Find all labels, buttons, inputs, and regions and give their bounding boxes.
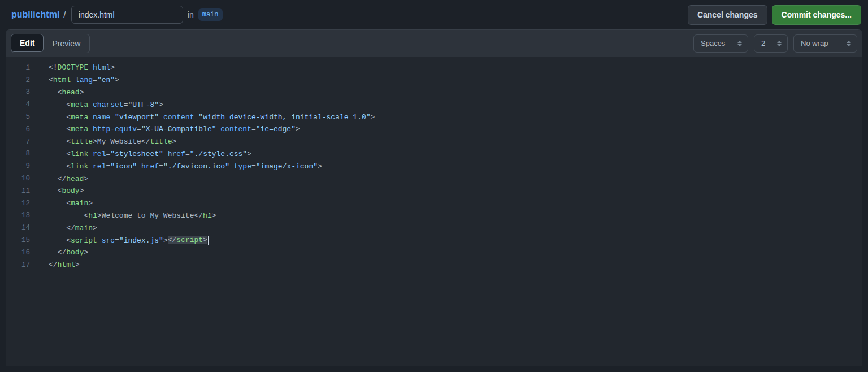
code-line[interactable]: 6 <meta http-equiv="X-UA-Compatible" con… (6, 123, 862, 136)
code-line[interactable]: 14 </main> (6, 222, 862, 234)
github-file-editor-page: publlichtml / in main Cancel changes Com… (0, 0, 868, 366)
wrap-mode-value: No wrap (801, 39, 828, 47)
code-line-content: <html lang="en"> (49, 76, 119, 84)
code-line[interactable]: 9 <link rel="icon" href="./favicon.ico" … (6, 160, 862, 172)
chevron-up-down-icon (737, 41, 742, 46)
code-line[interactable]: 8 <link rel="stylesheet" href="./style.c… (6, 148, 862, 161)
line-number: 6 (6, 126, 30, 133)
code-line[interactable]: 5 <meta name="viewport" content="width=d… (6, 111, 862, 123)
line-number: 3 (6, 88, 30, 96)
path-separator: / (63, 10, 66, 20)
line-number: 4 (6, 101, 30, 109)
filename-input[interactable] (71, 6, 183, 24)
line-number: 11 (6, 187, 30, 195)
line-number: 14 (6, 224, 30, 232)
code-line-content: <meta name="viewport" content="width=dev… (49, 113, 375, 122)
code-line-content: <!DOCTYPE html> (49, 63, 115, 72)
indent-mode-select[interactable]: Spaces (693, 34, 748, 53)
code-line[interactable]: 3 <head> (6, 86, 862, 99)
code-line[interactable]: 10 </head> (6, 172, 862, 185)
cancel-changes-button[interactable]: Cancel changes (688, 5, 767, 25)
code-line[interactable]: 17</html> (6, 259, 862, 271)
tab-preview[interactable]: Preview (43, 34, 89, 53)
editor-header: publlichtml / in main Cancel changes Com… (0, 0, 868, 29)
branch-badge: main (198, 8, 223, 21)
indent-mode-value: Spaces (701, 39, 725, 47)
code-line[interactable]: 11 <body> (6, 185, 862, 197)
line-number: 2 (6, 76, 30, 84)
code-line-content: <meta http-equiv="X-UA-Compatible" conte… (49, 125, 300, 133)
code-line[interactable]: 7 <title>My Website</title> (6, 136, 862, 148)
code-line-content: <link rel="icon" href="./favicon.ico" ty… (49, 162, 322, 171)
code-line-content: <main> (49, 199, 93, 207)
wrap-mode-select[interactable]: No wrap (793, 34, 857, 53)
code-line-content: <head> (49, 88, 84, 97)
code-line-content: <h1>Welcome to My Website</h1> (49, 211, 216, 220)
code-line-content: </main> (49, 224, 97, 232)
code-line[interactable]: 16 </body> (6, 246, 862, 259)
line-number: 1 (6, 64, 30, 72)
code-line-content: <meta charset="UTF-8"> (49, 101, 163, 109)
edit-preview-tab-group: Edit Preview (11, 34, 90, 53)
code-line-content: </body> (49, 248, 88, 257)
editor-toolbar: Edit Preview Spaces 2 No wrap (6, 30, 862, 57)
line-number: 8 (6, 150, 30, 158)
repo-link[interactable]: publlichtml (11, 10, 59, 20)
chevron-up-down-icon (777, 41, 782, 46)
line-number: 16 (6, 249, 30, 257)
tab-edit[interactable]: Edit (11, 34, 44, 52)
code-line-content: <title>My Website</title> (49, 137, 176, 146)
code-line-content: <link rel="stylesheet" href="./style.css… (49, 150, 251, 158)
code-line-content: </head> (49, 175, 88, 183)
editor-container: Edit Preview Spaces 2 No wrap 1<!DOCTYPE… (6, 29, 862, 366)
in-branch-label: in (188, 10, 194, 19)
line-number: 13 (6, 211, 30, 219)
line-number: 9 (6, 162, 30, 170)
text-cursor (208, 236, 209, 245)
line-number: 15 (6, 236, 30, 244)
line-number: 7 (6, 138, 30, 146)
line-number: 17 (6, 261, 30, 269)
code-line[interactable]: 1<!DOCTYPE html> (6, 62, 862, 74)
indent-size-value: 2 (761, 39, 765, 47)
editor-settings: Spaces 2 No wrap (693, 34, 857, 53)
code-line[interactable]: 13 <h1>Welcome to My Website</h1> (6, 210, 862, 222)
code-line-content: <body> (49, 187, 84, 195)
code-line[interactable]: 15 <script src="index.js"></script> (6, 234, 862, 246)
chevron-up-down-icon (847, 41, 851, 46)
code-line-content: </html> (49, 261, 80, 269)
line-number: 5 (6, 113, 30, 121)
indent-size-select[interactable]: 2 (754, 34, 788, 53)
code-editor[interactable]: 1<!DOCTYPE html>2<html lang="en">3 <head… (6, 57, 862, 366)
line-number: 10 (6, 175, 30, 183)
code-line[interactable]: 12 <main> (6, 197, 862, 210)
commit-changes-button[interactable]: Commit changes... (772, 5, 861, 25)
code-line[interactable]: 2<html lang="en"> (6, 74, 862, 86)
code-line-content: <script src="index.js"></script> (49, 236, 209, 245)
line-number: 12 (6, 200, 30, 207)
code-line[interactable]: 4 <meta charset="UTF-8"> (6, 98, 862, 111)
